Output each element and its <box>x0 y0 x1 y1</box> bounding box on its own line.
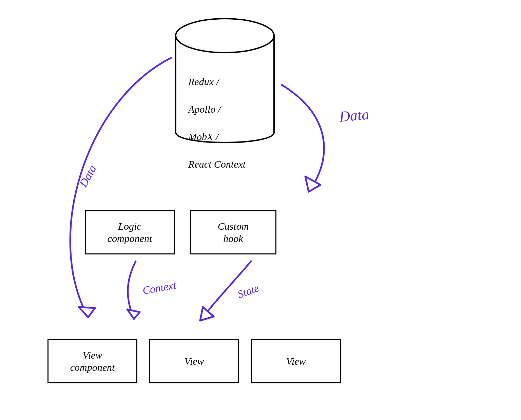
arrow-context <box>127 261 140 319</box>
edge-label-data-left: Data <box>77 163 99 189</box>
node-view-2-label: View <box>286 355 306 367</box>
data-store-line-4: React Context <box>188 157 266 171</box>
edge-label-data-right: Data <box>339 106 370 125</box>
data-store-line-2: Apollo / <box>188 102 266 116</box>
data-store-label: Redux / Apollo / MobX / React Context <box>188 61 266 185</box>
edge-label-state: State <box>236 282 261 301</box>
node-view-2: View <box>251 339 341 383</box>
data-store-line-1: Redux / <box>188 75 266 89</box>
arrow-data-right <box>282 85 324 192</box>
node-view-component: View component <box>47 339 137 383</box>
node-custom-hook: Custom hook <box>190 210 276 254</box>
node-view-component-label: View component <box>70 349 115 374</box>
node-logic-component: Logic component <box>85 210 175 254</box>
diagram-canvas: Redux / Apollo / MobX / React Context Lo… <box>0 0 521 420</box>
svg-point-0 <box>176 19 274 53</box>
node-view-1-label: View <box>185 355 204 367</box>
node-logic-component-label: Logic component <box>108 220 152 245</box>
node-view-1: View <box>149 339 239 383</box>
node-custom-hook-label: Custom hook <box>218 220 249 245</box>
edge-label-context: Context <box>142 279 177 297</box>
data-store-line-3: MobX / <box>188 130 266 144</box>
